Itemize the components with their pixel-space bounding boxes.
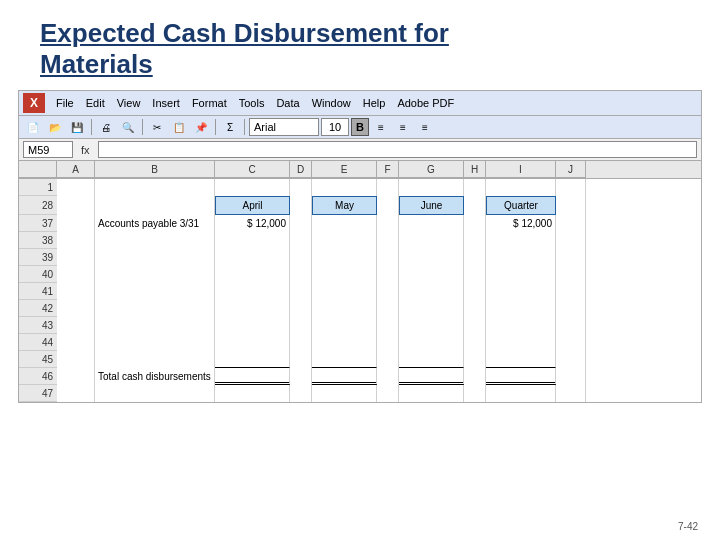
cell-45-G[interactable] <box>399 351 464 368</box>
menu-help[interactable]: Help <box>358 96 391 110</box>
cell-37-H[interactable] <box>464 215 486 232</box>
cell-28-I[interactable]: Quarter <box>486 196 556 215</box>
cell-41-C[interactable] <box>215 283 290 300</box>
cell-40-A[interactable] <box>57 266 95 283</box>
cell-40-C[interactable] <box>215 266 290 283</box>
menu-data[interactable]: Data <box>271 96 304 110</box>
cell-45-D[interactable] <box>290 351 312 368</box>
cell-43-H[interactable] <box>464 317 486 334</box>
cell-37-E[interactable] <box>312 215 377 232</box>
cell-28-B[interactable] <box>95 196 215 215</box>
cell-45-J[interactable] <box>556 351 586 368</box>
cell-39-G[interactable] <box>399 249 464 266</box>
cell-1-H[interactable] <box>464 179 486 196</box>
cell-42-F[interactable] <box>377 300 399 317</box>
cell-42-B[interactable] <box>95 300 215 317</box>
cell-43-B[interactable] <box>95 317 215 334</box>
cell-37-G[interactable] <box>399 215 464 232</box>
cell-40-G[interactable] <box>399 266 464 283</box>
cell-44-F[interactable] <box>377 334 399 351</box>
cell-1-E[interactable] <box>312 179 377 196</box>
cell-44-J[interactable] <box>556 334 586 351</box>
cell-41-F[interactable] <box>377 283 399 300</box>
cell-44-I[interactable] <box>486 334 556 351</box>
cell-42-D[interactable] <box>290 300 312 317</box>
cell-37-I[interactable]: $ 12,000 <box>486 215 556 232</box>
cell-39-A[interactable] <box>57 249 95 266</box>
cell-40-F[interactable] <box>377 266 399 283</box>
cell-38-H[interactable] <box>464 232 486 249</box>
cell-46-B[interactable]: Total cash disbursements <box>95 368 215 385</box>
cell-46-C[interactable] <box>215 368 290 385</box>
cell-44-E[interactable] <box>312 334 377 351</box>
cell-40-I[interactable] <box>486 266 556 283</box>
cell-1-J[interactable] <box>556 179 586 196</box>
copy-button[interactable]: 📋 <box>169 118 189 136</box>
paste-button[interactable]: 📌 <box>191 118 211 136</box>
cell-40-J[interactable] <box>556 266 586 283</box>
menu-insert[interactable]: Insert <box>147 96 185 110</box>
cell-42-I[interactable] <box>486 300 556 317</box>
print-button[interactable]: 🖨 <box>96 118 116 136</box>
cell-38-J[interactable] <box>556 232 586 249</box>
align-left-button[interactable]: ≡ <box>371 118 391 136</box>
cell-37-J[interactable] <box>556 215 586 232</box>
cell-46-F[interactable] <box>377 368 399 385</box>
sigma-button[interactable]: Σ <box>220 118 240 136</box>
cell-38-B[interactable] <box>95 232 215 249</box>
cell-47-J[interactable] <box>556 385 586 402</box>
cell-46-I[interactable] <box>486 368 556 385</box>
cell-1-G[interactable] <box>399 179 464 196</box>
cell-28-D[interactable] <box>290 196 312 215</box>
cell-28-J[interactable] <box>556 196 586 215</box>
cell-47-B[interactable] <box>95 385 215 402</box>
cell-45-I[interactable] <box>486 351 556 368</box>
cell-1-B[interactable] <box>95 179 215 196</box>
cell-41-J[interactable] <box>556 283 586 300</box>
cell-39-J[interactable] <box>556 249 586 266</box>
cell-39-F[interactable] <box>377 249 399 266</box>
cell-37-D[interactable] <box>290 215 312 232</box>
cell-46-A[interactable] <box>57 368 95 385</box>
cell-39-H[interactable] <box>464 249 486 266</box>
cell-42-E[interactable] <box>312 300 377 317</box>
cell-39-I[interactable] <box>486 249 556 266</box>
cell-44-D[interactable] <box>290 334 312 351</box>
cell-38-I[interactable] <box>486 232 556 249</box>
cell-28-E[interactable]: May <box>312 196 377 215</box>
cell-38-E[interactable] <box>312 232 377 249</box>
cell-44-C[interactable] <box>215 334 290 351</box>
cell-40-H[interactable] <box>464 266 486 283</box>
cell-42-C[interactable] <box>215 300 290 317</box>
cell-42-G[interactable] <box>399 300 464 317</box>
cell-42-A[interactable] <box>57 300 95 317</box>
cell-38-G[interactable] <box>399 232 464 249</box>
cell-47-I[interactable] <box>486 385 556 402</box>
cell-41-I[interactable] <box>486 283 556 300</box>
cell-28-H[interactable] <box>464 196 486 215</box>
cell-47-A[interactable] <box>57 385 95 402</box>
menu-view[interactable]: View <box>112 96 146 110</box>
cell-39-D[interactable] <box>290 249 312 266</box>
cell-41-B[interactable] <box>95 283 215 300</box>
font-size-selector[interactable]: 10 <box>321 118 349 136</box>
cell-38-D[interactable] <box>290 232 312 249</box>
cell-45-A[interactable] <box>57 351 95 368</box>
cell-38-A[interactable] <box>57 232 95 249</box>
cell-47-G[interactable] <box>399 385 464 402</box>
cell-43-I[interactable] <box>486 317 556 334</box>
font-selector[interactable]: Arial <box>249 118 319 136</box>
cell-41-D[interactable] <box>290 283 312 300</box>
cell-44-H[interactable] <box>464 334 486 351</box>
cell-39-C[interactable] <box>215 249 290 266</box>
cut-button[interactable]: ✂ <box>147 118 167 136</box>
cell-43-C[interactable] <box>215 317 290 334</box>
cell-44-G[interactable] <box>399 334 464 351</box>
menu-edit[interactable]: Edit <box>81 96 110 110</box>
cell-47-H[interactable] <box>464 385 486 402</box>
cell-46-E[interactable] <box>312 368 377 385</box>
menu-tools[interactable]: Tools <box>234 96 270 110</box>
cell-40-B[interactable] <box>95 266 215 283</box>
cell-28-F[interactable] <box>377 196 399 215</box>
cell-41-E[interactable] <box>312 283 377 300</box>
